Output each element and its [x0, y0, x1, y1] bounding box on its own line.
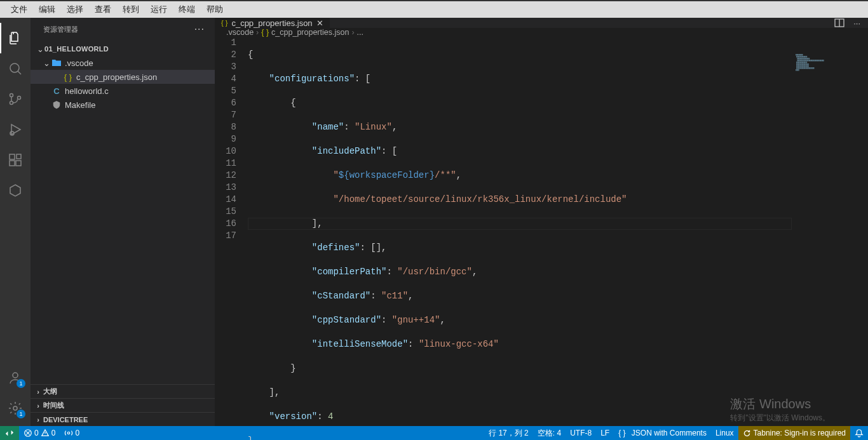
tree-root-folder[interactable]: ⌄ 01_HELLOWORLD	[31, 42, 215, 56]
menu-view[interactable]: 查看	[89, 4, 117, 15]
svg-rect-8	[17, 154, 21, 159]
breadcrumb-seg[interactable]: ...	[357, 28, 363, 37]
svg-point-0	[10, 63, 19, 72]
svg-point-13	[68, 432, 71, 434]
json-icon: { }	[261, 28, 269, 37]
editor-area: { } c_cpp_properties.json ✕ ··· .vscode …	[215, 18, 868, 426]
activity-run-debug[interactable]	[0, 114, 31, 145]
source-control-icon	[8, 91, 23, 107]
accounts-badge: 1	[17, 379, 25, 388]
svg-rect-5	[10, 154, 15, 159]
explorer-sidebar: 资源管理器 ··· ⌄ 01_HELLOWORLD ⌄ .vscode { } …	[31, 18, 215, 426]
minimap[interactable]: ████████ ████████████ ██████████████ ███…	[796, 54, 859, 92]
chevron-right-icon: ›	[33, 402, 43, 410]
activity-extensions[interactable]	[0, 145, 31, 175]
activity-explorer[interactable]	[0, 23, 31, 53]
file-label: Makefile	[65, 100, 95, 110]
menu-selection[interactable]: 选择	[61, 4, 89, 15]
split-editor-icon[interactable]	[834, 18, 844, 28]
broadcast-icon	[64, 429, 73, 437]
status-problems[interactable]: 0 0	[19, 426, 60, 440]
activity-bar: 1 1	[0, 18, 31, 426]
debug-icon	[8, 122, 23, 137]
panel-outline[interactable]: ›大纲	[31, 384, 215, 398]
svg-point-2	[10, 102, 13, 105]
menu-terminal[interactable]: 终端	[173, 4, 201, 15]
activity-settings[interactable]: 1	[0, 393, 31, 423]
chevron-down-icon: ⌄	[42, 58, 51, 68]
svg-point-9	[13, 373, 18, 378]
tree-file-helloworld[interactable]: C helloworld.c	[31, 84, 215, 98]
activity-source-control[interactable]	[0, 84, 31, 114]
svg-point-10	[13, 406, 17, 410]
chevron-right-icon: ›	[351, 28, 354, 37]
chevron-down-icon: ⌄	[36, 44, 44, 54]
file-label: c_cpp_properties.json	[76, 72, 157, 82]
remote-icon	[5, 429, 14, 437]
activity-search[interactable]	[0, 53, 31, 84]
menu-run[interactable]: 运行	[145, 4, 173, 15]
status-ports[interactable]: 0	[60, 426, 84, 440]
warning-icon	[41, 429, 50, 437]
tab-c-cpp-properties[interactable]: { } c_cpp_properties.json ✕	[215, 18, 330, 28]
editor-tabs: { } c_cpp_properties.json ✕ ···	[215, 18, 868, 28]
close-icon[interactable]: ✕	[316, 18, 323, 28]
folder-label: 01_HELLOWORLD	[44, 45, 109, 53]
menu-file[interactable]: 文件	[5, 4, 33, 15]
sidebar-title: 资源管理器	[43, 25, 78, 34]
breadcrumb[interactable]: .vscode › { } c_cpp_properties.json › ..…	[215, 28, 868, 37]
file-label: helloworld.c	[65, 86, 109, 96]
menu-help[interactable]: 帮助	[201, 4, 229, 15]
menu-bar: 文件 编辑 选择 查看 转到 运行 终端 帮助	[0, 0, 868, 18]
more-icon[interactable]: ···	[853, 18, 860, 28]
files-icon	[8, 30, 23, 46]
menu-go[interactable]: 转到	[117, 4, 145, 15]
error-icon	[24, 429, 32, 437]
folder-label: .vscode	[65, 58, 93, 68]
file-tree: ⌄ 01_HELLOWORLD ⌄ .vscode { } c_cpp_prop…	[31, 41, 215, 384]
chevron-right-icon: ›	[33, 416, 43, 423]
json-icon: { }	[221, 19, 227, 27]
chevron-right-icon: ›	[33, 388, 43, 396]
menu-edit[interactable]: 编辑	[33, 4, 61, 15]
breadcrumb-seg[interactable]: c_cpp_properties.json	[271, 28, 349, 37]
svg-point-3	[18, 97, 21, 100]
tab-label: c_cpp_properties.json	[231, 18, 312, 28]
tree-folder-vscode[interactable]: ⌄ .vscode	[31, 56, 215, 70]
svg-rect-6	[10, 161, 15, 166]
code-content[interactable]: { "configurations": [ { "name": "Linux",…	[248, 37, 627, 440]
line-number-gutter: 1234567891011121314151617	[215, 37, 248, 440]
hex-icon	[8, 183, 23, 198]
svg-rect-7	[16, 161, 21, 166]
extensions-icon	[8, 152, 23, 168]
activity-accounts[interactable]: 1	[0, 363, 31, 393]
sidebar-more-icon[interactable]: ···	[194, 23, 205, 35]
tree-file-makefile[interactable]: Makefile	[31, 98, 215, 112]
c-file-icon: C	[51, 86, 62, 96]
search-icon	[8, 61, 23, 76]
activity-test[interactable]	[0, 175, 31, 206]
folder-icon	[51, 58, 62, 68]
remote-button[interactable]	[0, 426, 19, 440]
code-editor[interactable]: 1234567891011121314151617 { "configurati…	[215, 37, 868, 440]
breadcrumb-seg[interactable]: .vscode	[226, 28, 254, 37]
panel-timeline[interactable]: ›时间线	[31, 398, 215, 412]
panel-devicetree[interactable]: ›DEVICETREE	[31, 412, 215, 426]
json-icon: { }	[62, 72, 74, 82]
chevron-right-icon: ›	[256, 28, 259, 37]
svg-point-1	[10, 94, 13, 97]
makefile-icon	[51, 100, 62, 109]
tree-file-c-cpp-properties[interactable]: { } c_cpp_properties.json	[31, 70, 215, 84]
settings-badge: 1	[17, 410, 25, 418]
